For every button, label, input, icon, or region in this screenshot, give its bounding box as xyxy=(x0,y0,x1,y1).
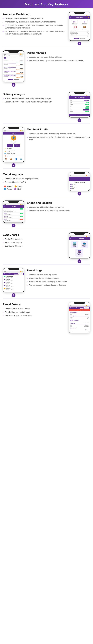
see-parcel-details-link[interactable]: See Parcel Details xyxy=(4,69,23,70)
step-4: 4 xyxy=(12,163,16,167)
parcel-log-button[interactable]: Parcel Log xyxy=(84,307,89,308)
dc-row: TT 50.0 TT 80.0 xyxy=(70,104,89,105)
phone-notch xyxy=(74,302,85,304)
pd-row: Name Customer xyxy=(70,329,89,330)
inactive-button[interactable]: Inactive xyxy=(80,38,85,39)
shop-toggle[interactable]: Active xyxy=(20,216,23,217)
globe-icon: 🌐 xyxy=(4,153,6,154)
store-icon: 🏪 xyxy=(82,242,86,245)
log-item: Parcel Accepted 2023-06-10 10:00 xyxy=(4,276,23,278)
menu-change-password[interactable]: 🔒 Change Password xyxy=(3,150,24,152)
section-delivery: Delivery charges You can set or active t… xyxy=(0,88,93,124)
shop-item: Name Inactive Address2: Address... xyxy=(3,219,24,222)
parcel-item: Tracking#8047170000001121 2023-04-11 ৳30… xyxy=(3,71,24,74)
hindi-dot xyxy=(14,188,16,190)
dot-row: French Hindi xyxy=(4,188,66,190)
delivery-charges-table: 50.00 Same Day 50.00 80.00 TT 50.0 TT 80… xyxy=(69,99,90,113)
see-parcel-details-link[interactable]: See Parcel Details xyxy=(4,73,23,74)
cod-same-day: 🏪 Same Day 2(%) xyxy=(81,241,88,248)
icon-parcel: 📦 Total Parcel xyxy=(82,26,87,30)
phone-content: 9:41📶🔋 Profile 👤 Merchant merchant@gmail… xyxy=(3,129,24,162)
bottom-tabs: 🏠 📦 👤 ⚙️ xyxy=(3,157,24,161)
status-bar: 9:41📶🔋 xyxy=(3,53,24,55)
settings-tab[interactable]: ⚙️ xyxy=(20,158,22,160)
log-item: In Transit 2023-06-11 09:00 xyxy=(4,282,23,284)
search-icon[interactable]: 🔍 Add xyxy=(19,55,23,56)
status-bar: 9:41📶🔋 xyxy=(69,94,90,96)
phone-notch xyxy=(8,51,19,53)
dot-row: English Bangla xyxy=(4,186,66,188)
profile-balance: Balance ৳0.00 xyxy=(7,144,13,147)
log-item: Picked Up 2023-06-10 12:00 xyxy=(4,279,23,281)
see-parcel-details-link[interactable]: See Parcel Details xyxy=(4,66,23,66)
french-dot xyxy=(4,188,6,190)
icon-cancel: 🚫 Total Cancellation xyxy=(72,26,79,30)
profile-tab[interactable]: 👤 xyxy=(15,158,17,160)
section-delivery-bullets: You can set or active the charge listing… xyxy=(3,97,66,103)
lang-english[interactable]: English xyxy=(69,184,90,186)
log-dot xyxy=(4,288,6,289)
log-dot xyxy=(4,282,6,283)
english-label: English xyxy=(7,186,12,187)
shop-toggle[interactable]: Active xyxy=(20,213,23,214)
return-button[interactable]: Return xyxy=(80,307,84,308)
parcel-item: Tracking#8047170000001122 2023-03-01 ৳20… xyxy=(3,74,24,78)
metric-row: Total Cod Amount 8,000 xyxy=(70,34,89,36)
phone-shops-wrapper: 9:41📶🔋 ← Shops + Admin Active Name: Admi… xyxy=(3,200,24,228)
menu-logout[interactable]: 🚪 Log Out xyxy=(3,155,24,157)
parcel-button[interactable]: + parcel xyxy=(8,79,13,80)
bullet-item: Merchant can change his profile info, sh… xyxy=(27,136,90,141)
status-bar: 9:41📶🔋 xyxy=(69,175,90,176)
see-parcel-details-link[interactable]: See Parcel Details xyxy=(4,62,23,62)
bullet-item: Set the Cod Charge fee xyxy=(3,238,66,240)
menu-edit-profile[interactable]: ✏️ Edit Profile xyxy=(3,148,24,150)
metric-row: Total Delivery Amount 6,000 xyxy=(70,33,89,34)
bullet-item: Merchant can parcel Update, Add and dele… xyxy=(27,59,90,62)
tab-pending[interactable]: Pending xyxy=(7,58,11,58)
section-cod: COD Charge Set the Cod Charge fee Inside… xyxy=(0,229,93,264)
parcel-button-2[interactable]: + parcel xyxy=(14,79,19,80)
phone-content: 9:41📶🔋 ← COD Charge 🏙️ Inside city 1(%) … xyxy=(69,235,90,258)
radio-hindi xyxy=(70,188,72,189)
english-dot xyxy=(4,186,6,188)
tab-delivered[interactable]: Delivered xyxy=(12,58,16,58)
cash-of-delivery-banner: Cash Of Delivery xyxy=(69,309,90,311)
page-header: Merchant App Key Features xyxy=(0,0,93,8)
section-profile-title: Merchant Profile xyxy=(27,128,90,131)
page-title: Merchant App Key Features xyxy=(25,2,68,6)
phone-parcel: 9:41📶🔋 Parcel List 🔍 Add All Pending Del… xyxy=(3,50,24,82)
shops-list: Admin Active Name: Admin Address: Dhaka,… xyxy=(3,208,24,222)
phone-content: 9:41📶🔋 ← Change Language English xyxy=(69,174,90,190)
lang-bangla[interactable]: Bangla... xyxy=(69,186,90,188)
step-2: 2 xyxy=(12,83,16,87)
profile-avatar: 👤 xyxy=(11,136,16,140)
parcel-log-button[interactable]: Parcel Log xyxy=(18,273,23,275)
phone-header: ← Shops + xyxy=(3,205,24,208)
french-label: French xyxy=(7,188,12,190)
home-tab[interactable]: 🏠 xyxy=(5,158,8,160)
lang-hindi[interactable]: हिंदी xyxy=(69,188,90,190)
bangla-label: Bangla xyxy=(18,186,22,187)
language-dots: English Bangla French Hindi xyxy=(3,184,66,190)
shop-toggle[interactable]: Inactive xyxy=(20,219,23,220)
return-button[interactable]: Return xyxy=(14,273,18,275)
parcel-tab[interactable]: 📦 xyxy=(10,158,12,160)
delivery-charges-button[interactable]: Delivery Charges xyxy=(69,114,90,116)
parcel-details-content: Parcel of Status Status Delivered Delive… xyxy=(69,311,90,332)
dc-row: 50.00 Same Day xyxy=(70,100,89,102)
shop-toggle[interactable]: Active xyxy=(20,208,23,210)
pd-row: Height 10 cm xyxy=(70,318,89,319)
radio-english xyxy=(70,184,72,185)
dc-row: 50.00 100.00 xyxy=(70,107,89,109)
active-button[interactable]: Active xyxy=(74,38,78,39)
section-profile-bullets: Merchant can view profile with Opening, … xyxy=(27,132,90,141)
phone-logs-wrapper: 9:41📶🔋 Parcel Details Return Parcel Log xyxy=(3,268,24,297)
dashboard-metrics: Total Parcel Collection 5,000 Total Liqu… xyxy=(69,30,90,37)
profile-withdraw: Withdraw ৳0.00 xyxy=(14,144,20,147)
log-item: Completed 2023-06-12 10:00 xyxy=(4,288,23,290)
tab-all[interactable]: All xyxy=(4,58,6,58)
menu-change-language[interactable]: 🌐 Change Language xyxy=(3,152,24,155)
dc-row: TT 80.0 TT 80.0 xyxy=(70,111,89,113)
see-parcel-details-link[interactable]: See Parcel Details xyxy=(4,77,23,78)
change-language-title: Change Language xyxy=(69,181,90,184)
